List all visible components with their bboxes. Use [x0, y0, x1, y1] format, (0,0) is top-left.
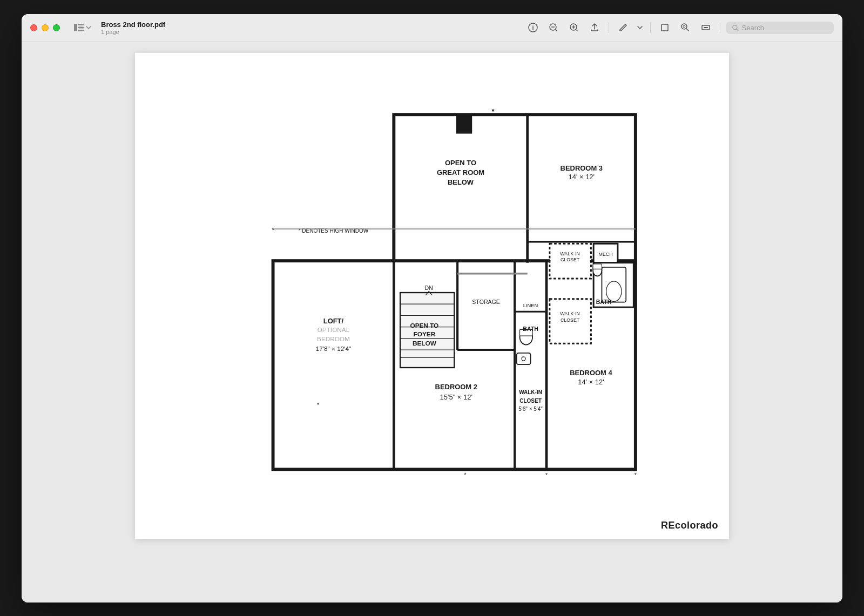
- svg-text:BELOW: BELOW: [448, 178, 474, 186]
- close-button[interactable]: [30, 24, 37, 31]
- svg-text:WALK-IN: WALK-IN: [560, 311, 579, 316]
- redact-icon: [701, 23, 711, 32]
- app-window: Bross 2nd floor.pdf 1 page: [22, 14, 842, 603]
- svg-text:LOFT/: LOFT/: [323, 316, 344, 324]
- svg-rect-0: [74, 24, 77, 31]
- svg-point-9: [683, 25, 685, 28]
- annotate-button[interactable]: [615, 19, 632, 36]
- annotate-chevron-icon: [637, 26, 643, 29]
- svg-text:WALK-IN: WALK-IN: [519, 389, 542, 395]
- crop-button[interactable]: [656, 19, 673, 36]
- annotate-dropdown-button[interactable]: [635, 19, 645, 36]
- minimize-button[interactable]: [42, 24, 49, 31]
- zoom-in-button[interactable]: [565, 19, 583, 36]
- svg-rect-1: [78, 24, 84, 25]
- svg-text:*: *: [545, 471, 548, 478]
- find-icon: [680, 23, 690, 32]
- svg-text:CLOSET: CLOSET: [561, 317, 580, 323]
- svg-text:BEDROOM 2: BEDROOM 2: [435, 383, 477, 391]
- svg-text:BEDROOM 3: BEDROOM 3: [561, 164, 603, 172]
- zoom-out-button[interactable]: [545, 19, 562, 36]
- search-input[interactable]: [742, 24, 827, 32]
- content-area: DN: [22, 42, 842, 603]
- svg-text:*: *: [317, 402, 319, 408]
- watermark: REcolorado: [661, 520, 718, 531]
- svg-rect-2: [78, 27, 84, 29]
- svg-text:*: *: [634, 471, 637, 478]
- svg-text:*: *: [393, 402, 395, 408]
- svg-text:MECH: MECH: [599, 251, 613, 256]
- svg-text:CLOSET: CLOSET: [561, 257, 580, 262]
- file-name: Bross 2nd floor.pdf: [101, 21, 165, 29]
- svg-text:15'5" × 12': 15'5" × 12': [440, 392, 473, 401]
- annotate-icon: [618, 23, 628, 32]
- svg-rect-50: [456, 114, 472, 133]
- svg-text:OPEN TO: OPEN TO: [410, 321, 438, 328]
- separator-2: [650, 22, 651, 33]
- pdf-page: DN: [135, 53, 729, 539]
- svg-point-49: [522, 356, 525, 360]
- svg-text:WALK-IN: WALK-IN: [560, 251, 579, 256]
- svg-text:BELOW: BELOW: [413, 339, 437, 346]
- svg-text:17'8" × 12'4": 17'8" × 12'4": [316, 345, 352, 352]
- svg-text:STORAGE: STORAGE: [472, 299, 500, 305]
- share-button[interactable]: [586, 19, 603, 36]
- svg-text:LINEN: LINEN: [523, 302, 538, 308]
- svg-rect-3: [78, 30, 84, 31]
- zoom-out-icon: [549, 23, 558, 32]
- svg-text:14' × 12': 14' × 12': [578, 377, 604, 385]
- separator-1: [609, 22, 609, 33]
- svg-text:BEDROOM 4: BEDROOM 4: [570, 369, 612, 377]
- svg-text:OPTIONAL: OPTIONAL: [318, 326, 350, 333]
- svg-text:CLOSET: CLOSET: [519, 397, 542, 403]
- find-button[interactable]: [677, 19, 694, 36]
- search-bar[interactable]: [726, 22, 834, 34]
- maximize-button[interactable]: [53, 24, 60, 31]
- svg-text:*: *: [634, 211, 637, 217]
- separator-3: [720, 22, 720, 33]
- svg-text:BATH: BATH: [523, 325, 538, 331]
- info-icon: [528, 23, 538, 32]
- svg-text:*: *: [464, 471, 466, 478]
- svg-rect-28: [593, 264, 602, 269]
- sidebar-toggle-button[interactable]: [71, 22, 94, 33]
- svg-text:BATH: BATH: [596, 299, 612, 305]
- search-icon: [732, 24, 739, 31]
- crop-icon: [660, 23, 670, 32]
- svg-rect-18: [394, 114, 636, 262]
- svg-text:*: *: [634, 350, 637, 357]
- svg-text:5'6" × 5'4": 5'6" × 5'4": [518, 406, 543, 412]
- info-button[interactable]: [524, 19, 542, 36]
- svg-rect-7: [662, 24, 668, 31]
- svg-text:OPEN TO: OPEN TO: [445, 159, 476, 167]
- svg-text:*: *: [272, 227, 274, 233]
- traffic-lights: [30, 24, 60, 31]
- sidebar-icon: [74, 24, 84, 31]
- file-pages: 1 page: [101, 29, 165, 35]
- zoom-in-icon: [569, 23, 579, 32]
- svg-text:14' × 12': 14' × 12': [569, 173, 595, 181]
- share-icon: [590, 23, 599, 32]
- floorplan-svg: DN: [146, 64, 718, 522]
- svg-text:DN: DN: [424, 285, 433, 291]
- chevron-down-icon: [86, 26, 91, 29]
- svg-text:GREAT ROOM: GREAT ROOM: [437, 168, 484, 177]
- redact-button[interactable]: [697, 19, 714, 36]
- svg-text:FOYER: FOYER: [414, 330, 436, 337]
- titlebar: Bross 2nd floor.pdf 1 page: [22, 14, 842, 42]
- svg-text:BEDROOM: BEDROOM: [317, 335, 350, 342]
- file-info: Bross 2nd floor.pdf 1 page: [101, 21, 165, 35]
- toolbar-actions: [524, 19, 834, 36]
